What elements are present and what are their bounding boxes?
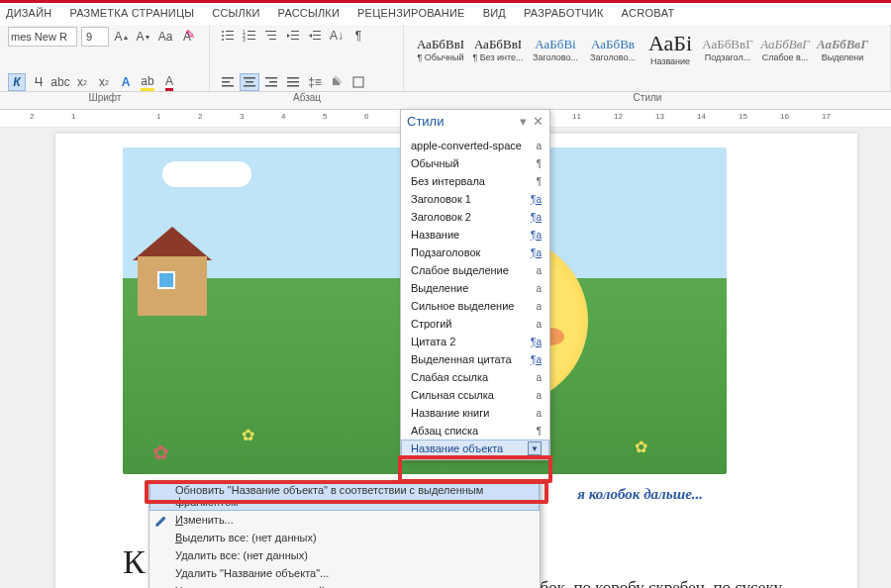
svg-text:3: 3 [243, 37, 246, 43]
svg-rect-5 [226, 39, 234, 40]
style-row[interactable]: Обычный¶ [401, 154, 549, 172]
style-subtitle[interactable]: АаБбВвГПодзагол... [699, 27, 756, 72]
superscript-button[interactable]: x2 [95, 73, 113, 91]
style-row[interactable]: Слабая ссылкаa [401, 368, 549, 386]
svg-rect-24 [244, 77, 255, 79]
style-normal[interactable]: АаБбВвІ¶ Обычный [412, 27, 469, 72]
style-row[interactable]: Заголовок 1¶a [401, 190, 549, 208]
tab-references[interactable]: ССЫЛКИ [212, 7, 259, 19]
shrink-font-icon[interactable]: A▼ [135, 28, 152, 46]
svg-rect-20 [313, 39, 321, 40]
multilevel-list-icon[interactable] [261, 27, 281, 45]
font-name-combo[interactable]: mes New R [8, 27, 77, 47]
align-left-icon[interactable] [218, 73, 238, 91]
align-right-icon[interactable] [261, 73, 281, 91]
svg-rect-25 [246, 81, 253, 83]
style-row[interactable]: Сильное выделениеa [401, 297, 549, 315]
sort-icon[interactable]: A↓ [327, 27, 346, 45]
svg-rect-21 [222, 77, 234, 79]
ribbon-group-labels: Шрифт Абзац Стили [0, 92, 891, 110]
numbering-icon[interactable]: 123 [240, 27, 259, 45]
group-styles: АаБбВвІ¶ Обычный АаБбВвІ¶ Без инте... Аа… [404, 25, 891, 91]
style-row[interactable]: Сильная ссылкаa [401, 386, 549, 404]
strikethrough-button[interactable]: Ч [30, 73, 48, 91]
styles-list: apple-converted-spacea Обычный¶ Без инте… [401, 133, 549, 459]
increase-indent-icon[interactable] [305, 27, 325, 45]
style-row[interactable]: Выделениеa [401, 279, 549, 297]
ctx-delete-style[interactable]: Удалить "Название объекта"... [149, 564, 540, 582]
svg-rect-14 [269, 39, 276, 40]
styles-pane[interactable]: Стили ▾ ✕ apple-converted-spacea Обычный… [400, 109, 550, 460]
flower-icon: ✿ [635, 438, 647, 456]
style-subtle-emph[interactable]: АаБбВвГСлабое в... [756, 27, 814, 72]
svg-rect-33 [353, 77, 363, 87]
ctx-remove-from-gallery[interactable]: Удалить из коллекции стилей [149, 582, 540, 588]
style-row[interactable]: Цитата 2¶a [401, 333, 549, 350]
italic-button[interactable]: К [8, 73, 26, 91]
svg-rect-3 [226, 35, 234, 36]
align-center-icon[interactable] [240, 73, 259, 91]
ctx-select-all[interactable]: Выделить все: (нет данных) [149, 529, 540, 546]
svg-rect-19 [313, 35, 321, 36]
align-justify-icon[interactable] [283, 73, 303, 91]
svg-point-4 [222, 39, 224, 41]
ctx-remove-all[interactable]: Удалить все: (нет данных) [149, 546, 540, 564]
ctx-update-to-match[interactable]: Обновить "Название объекта" в соответств… [149, 481, 540, 511]
style-row[interactable]: Абзац списка¶ [401, 422, 549, 440]
svg-rect-9 [248, 35, 255, 36]
tab-mailings[interactable]: РАССЫЛКИ [278, 7, 340, 19]
style-no-spacing[interactable]: АаБбВвІ¶ Без инте... [469, 27, 527, 72]
style-emphasis[interactable]: АаБбВвГВыделени [814, 27, 871, 72]
styles-pane-title: Стили [407, 114, 444, 129]
clear-formatting-icon[interactable]: A✎ [178, 28, 196, 46]
strike2-button[interactable]: abc [51, 73, 69, 91]
svg-rect-30 [287, 77, 299, 79]
font-size-combo[interactable]: 9 [81, 27, 109, 47]
borders-icon[interactable] [348, 73, 368, 91]
decrease-indent-icon[interactable] [283, 27, 303, 45]
tab-view[interactable]: ВИД [483, 7, 506, 19]
highlight-color-icon[interactable]: ab [139, 73, 156, 91]
font-color-icon[interactable]: A [160, 73, 178, 91]
style-row-selected[interactable]: Название объекта ▼ [401, 440, 549, 457]
style-row[interactable]: Слабое выделениеa [401, 261, 549, 279]
label-paragraph: Абзац [210, 92, 404, 109]
ctx-modify[interactable]: Изменить... [149, 511, 540, 529]
grow-font-icon[interactable]: A▲ [113, 28, 131, 46]
tab-page-layout[interactable]: РАЗМЕТКА СТРАНИЦЫ [69, 7, 194, 19]
label-styles: Стили [404, 92, 891, 109]
style-heading2[interactable]: АаБбВвЗаголово... [584, 27, 642, 72]
line-spacing-icon[interactable]: ‡≡ [305, 73, 325, 91]
bullets-icon[interactable] [218, 27, 238, 45]
label-font: Шрифт [0, 92, 210, 109]
style-heading1[interactable]: АаБбВіЗаголово... [527, 27, 584, 72]
style-row[interactable]: Без интервала¶ [401, 172, 549, 190]
style-row[interactable]: Название книгиa [401, 404, 549, 422]
pane-close-icon[interactable]: ✕ [533, 114, 544, 129]
tab-design[interactable]: ДИЗАЙН [6, 7, 51, 19]
tab-review[interactable]: РЕЦЕНЗИРОВАНИЕ [357, 7, 465, 19]
edit-icon [153, 514, 169, 528]
svg-rect-18 [313, 31, 321, 32]
style-row[interactable]: Подзаголовок¶a [401, 244, 549, 261]
style-row[interactable]: Выделенная цитата¶a [401, 350, 549, 368]
svg-rect-28 [269, 81, 277, 83]
pane-options-icon[interactable]: ▾ [520, 114, 527, 129]
tab-acrobat[interactable]: ACROBAT [622, 7, 675, 19]
change-case-icon[interactable]: Aa [156, 28, 174, 46]
subscript-button[interactable]: x2 [73, 73, 91, 91]
style-dropdown-icon[interactable]: ▼ [528, 441, 542, 455]
group-font: mes New R 9 A▲ A▼ Aa A✎ К Ч abc x2 x2 A … [0, 25, 210, 91]
text-effects-icon[interactable]: A [117, 73, 135, 91]
ribbon-tabs: ДИЗАЙН РАЗМЕТКА СТРАНИЦЫ ССЫЛКИ РАССЫЛКИ… [0, 3, 891, 25]
style-row[interactable]: Название¶a [401, 226, 549, 244]
shading-icon[interactable] [327, 73, 346, 91]
style-title[interactable]: АаБіНазвание [642, 27, 699, 72]
tab-developer[interactable]: РАЗРАБОТЧИК [524, 7, 604, 19]
styles-gallery[interactable]: АаБбВвІ¶ Обычный АаБбВвІ¶ Без инте... Аа… [412, 27, 888, 74]
style-row[interactable]: Заголовок 2¶a [401, 208, 549, 226]
svg-point-2 [222, 35, 224, 37]
style-row[interactable]: apple-converted-spacea [401, 137, 549, 154]
show-marks-icon[interactable]: ¶ [348, 27, 368, 45]
style-row[interactable]: Строгийa [401, 315, 549, 333]
